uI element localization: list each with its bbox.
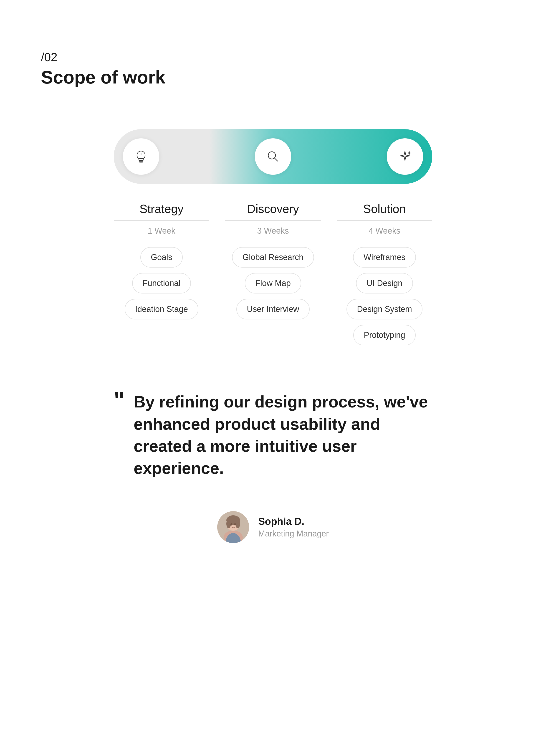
strategy-tags: Goals Functional Ideation Stage	[114, 247, 209, 319]
discovery-tags: Global Research Flow Map User Interview	[225, 247, 321, 319]
page-container: /02 Scope of work	[0, 0, 546, 756]
discovery-tags-row-2: User Interview	[236, 299, 310, 319]
quote-author-section: Sophia D. Marketing Manager	[217, 511, 329, 543]
tag-ui-design: UI Design	[356, 273, 413, 293]
tag-ideation-stage: Ideation Stage	[125, 299, 198, 319]
strategy-stage: Strategy 1 Week Goals Functional Ideatio…	[114, 202, 209, 319]
strategy-tags-row-1: Goals Functional	[114, 247, 209, 293]
quote-mark: "	[114, 389, 124, 411]
discovery-tags-row-1: Global Research Flow Map	[225, 247, 321, 293]
solution-divider	[337, 220, 432, 221]
solution-tags-row-2: Design System Prototyping	[337, 299, 432, 345]
svg-point-7	[230, 523, 232, 526]
svg-point-6	[235, 519, 240, 528]
discovery-divider	[225, 220, 321, 221]
tag-wireframes: Wireframes	[353, 247, 416, 268]
solution-stage: Solution 4 Weeks Wireframes UI Design De…	[337, 202, 432, 345]
tag-global-research: Global Research	[232, 247, 314, 268]
strategy-tags-row-2: Ideation Stage	[125, 299, 198, 319]
solution-circle	[387, 138, 423, 175]
tag-design-system: Design System	[346, 299, 422, 319]
lightbulb-icon	[133, 148, 149, 165]
svg-point-5	[226, 519, 231, 528]
discovery-name: Discovery	[247, 202, 299, 216]
author-info: Sophia D. Marketing Manager	[258, 516, 329, 539]
section-number: /02	[41, 50, 505, 64]
section-header: /02 Scope of work	[41, 50, 505, 88]
discovery-circle	[255, 138, 291, 175]
discovery-stage: Discovery 3 Weeks Global Research Flow M…	[225, 202, 321, 319]
svg-point-8	[234, 523, 236, 526]
solution-tags: Wireframes UI Design Design System Proto…	[337, 247, 432, 345]
tag-goals: Goals	[140, 247, 183, 268]
stages-labels: Strategy 1 Week Goals Functional Ideatio…	[114, 202, 432, 345]
solution-name: Solution	[363, 202, 406, 216]
author-avatar	[217, 511, 249, 543]
section-title: Scope of work	[41, 66, 505, 88]
progress-section: Strategy 1 Week Goals Functional Ideatio…	[41, 129, 505, 345]
avatar-image	[217, 511, 249, 543]
quote-section: " By refining our design process, we've …	[41, 391, 505, 543]
solution-duration: 4 Weeks	[369, 226, 400, 236]
quote-text: By refining our design process, we've en…	[134, 391, 432, 479]
search-icon	[265, 148, 281, 165]
tag-flow-map: Flow Map	[245, 273, 301, 293]
strategy-name: Strategy	[139, 202, 184, 216]
strategy-circle	[123, 138, 159, 175]
tag-user-interview: User Interview	[236, 299, 310, 319]
strategy-duration: 1 Week	[148, 226, 175, 236]
sparkle-icon	[397, 148, 413, 165]
strategy-divider	[114, 220, 209, 221]
tag-prototyping: Prototyping	[353, 325, 416, 345]
author-name: Sophia D.	[258, 516, 329, 527]
solution-tags-row-1: Wireframes UI Design	[337, 247, 432, 293]
discovery-duration: 3 Weeks	[257, 226, 289, 236]
author-title: Marketing Manager	[258, 529, 329, 539]
tag-functional: Functional	[132, 273, 191, 293]
progress-bar	[114, 129, 432, 184]
quote-content: " By refining our design process, we've …	[114, 391, 432, 479]
